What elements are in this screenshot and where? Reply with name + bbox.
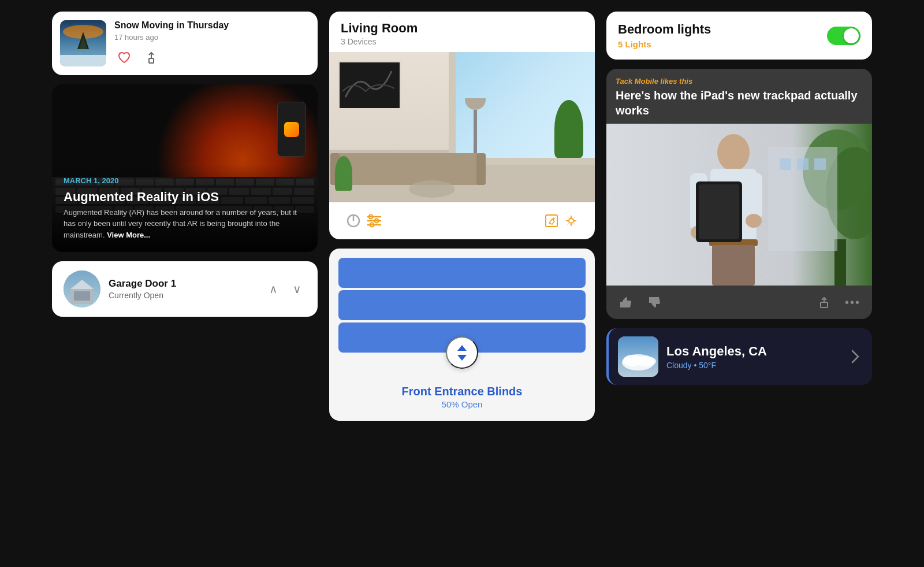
blinds-control-dial[interactable] <box>446 336 478 369</box>
blind-slat-1 <box>338 258 586 288</box>
power-icon <box>345 213 362 229</box>
living-room-header: Living Room 3 Devices <box>329 12 595 52</box>
share-more-buttons: ••• <box>815 293 863 312</box>
garage-controls: ∧ ∨ <box>264 280 306 298</box>
trackpad-actions: ••• <box>606 286 872 319</box>
blinds-card: Front Entrance Blinds 50% Open <box>329 249 595 421</box>
bedroom-lights-toggle[interactable] <box>827 27 860 45</box>
ellipsis-icon: ••• <box>845 296 860 309</box>
sliders-button[interactable] <box>364 212 385 230</box>
like-button[interactable] <box>114 47 134 67</box>
blinds-percentage: 50% Open <box>329 399 595 409</box>
living-room-image <box>329 52 595 202</box>
blind-slat-2 <box>338 290 586 320</box>
ar-view-more-link[interactable]: View More... <box>107 231 150 239</box>
chevron-right-icon <box>850 349 860 365</box>
weather-thumbnail <box>618 336 658 377</box>
snow-news-time: 17 hours ago <box>114 33 229 42</box>
trackpad-article-card: Tack Mobile likes this Here's how the iP… <box>606 69 872 319</box>
snow-news-content: Snow Moving in Thursday 17 hours ago <box>114 20 229 67</box>
bedroom-info: Bedroom lights 5 Lights <box>618 22 711 49</box>
art-decoration <box>338 61 401 110</box>
edit-icon <box>544 213 559 228</box>
living-room-title: Living Room <box>341 21 583 36</box>
svg-point-48 <box>635 356 656 366</box>
blinds-name: Front Entrance Blinds <box>329 385 595 398</box>
living-room-subtitle: 3 Devices <box>341 37 583 46</box>
article-share-button[interactable] <box>815 293 833 312</box>
svg-rect-2 <box>60 55 106 66</box>
ar-article-body: Augmented Reality (AR) has been around f… <box>64 207 306 241</box>
dial-down-arrow <box>457 355 467 361</box>
snow-news-actions <box>114 47 229 67</box>
weather-card: Los Angeles, CA Cloudy • 50°F <box>606 328 872 385</box>
snow-news-title: Snow Moving in Thursday <box>114 20 229 31</box>
bedroom-lights-card: Bedroom lights 5 Lights <box>606 12 872 60</box>
svg-rect-32 <box>814 158 826 170</box>
bedroom-subtitle: 5 Lights <box>618 39 711 49</box>
living-room-card: Living Room 3 Devices <box>329 12 595 239</box>
svg-rect-40 <box>699 184 739 239</box>
dial-up-arrow <box>457 345 467 351</box>
ar-article-card: MARCH 1, 2020 Augmented Reality in iOS A… <box>52 84 318 252</box>
more-options-button[interactable]: ••• <box>843 294 863 312</box>
garage-door-card: Garage Door 1 Currently Open ∧ ∨ <box>52 261 318 317</box>
svg-point-42 <box>746 214 762 228</box>
svg-rect-14 <box>340 62 400 108</box>
garage-up-button[interactable]: ∧ <box>264 280 282 298</box>
thumbs-down-icon <box>647 295 662 310</box>
living-room-controls <box>329 202 595 239</box>
svg-rect-41 <box>745 173 762 219</box>
blinds-slats <box>329 249 595 357</box>
snow-news-card: Snow Moving in Thursday 17 hours ago <box>52 12 318 75</box>
share-up-icon <box>817 295 831 309</box>
ar-article-date: MARCH 1, 2020 <box>64 176 306 185</box>
weather-detail-button[interactable] <box>848 346 863 367</box>
svg-point-33 <box>717 134 750 171</box>
thumbs-up-icon <box>618 295 633 310</box>
phone-device <box>277 102 306 157</box>
ar-article-title: Augmented Reality in iOS <box>64 190 306 205</box>
blinds-footer: Front Entrance Blinds 50% Open <box>329 385 595 409</box>
svg-point-24 <box>569 218 573 223</box>
thumbs-up-button[interactable] <box>616 292 635 312</box>
garage-info: Garage Door 1 Currently Open <box>109 278 256 300</box>
edit-button[interactable] <box>542 211 561 231</box>
garage-thumbnail <box>64 270 100 307</box>
trackpad-header: Tack Mobile likes this Here's how the iP… <box>606 69 872 124</box>
lamp-decoration <box>474 110 477 156</box>
blind-slat-3 <box>338 323 586 353</box>
weather-city: Los Angeles, CA <box>666 344 840 359</box>
svg-rect-43 <box>821 302 828 307</box>
weather-info: Los Angeles, CA Cloudy • 50°F <box>666 344 840 370</box>
svg-rect-31 <box>797 158 808 170</box>
garage-down-button[interactable]: ∨ <box>288 280 306 298</box>
coffee-table-decoration <box>409 180 455 198</box>
svg-rect-5 <box>149 58 154 63</box>
svg-rect-36 <box>712 245 755 286</box>
power-button[interactable] <box>343 210 364 231</box>
share-button[interactable] <box>142 47 161 67</box>
share-icon <box>144 50 158 64</box>
article-source: Tack Mobile likes this <box>616 77 863 86</box>
snow-thumbnail <box>60 20 106 66</box>
gear-icon <box>564 213 579 228</box>
ar-article-content: MARCH 1, 2020 Augmented Reality in iOS A… <box>52 165 318 253</box>
svg-rect-30 <box>780 158 791 170</box>
reaction-buttons <box>616 292 664 312</box>
bedroom-title: Bedroom lights <box>618 22 711 37</box>
sliders-icon <box>366 214 382 228</box>
weather-conditions: Cloudy • 50°F <box>666 361 840 370</box>
settings-button[interactable] <box>561 211 581 231</box>
heart-icon <box>117 50 132 65</box>
thumbs-down-button[interactable] <box>644 292 664 312</box>
garage-name: Garage Door 1 <box>109 278 256 290</box>
article-title: Here's how the iPad's new trackpad actua… <box>616 88 863 118</box>
plant-small-decoration <box>335 156 352 191</box>
svg-rect-23 <box>546 215 557 227</box>
trackpad-image <box>606 124 872 286</box>
garage-status: Currently Open <box>109 291 256 300</box>
couch-decoration <box>335 153 481 185</box>
